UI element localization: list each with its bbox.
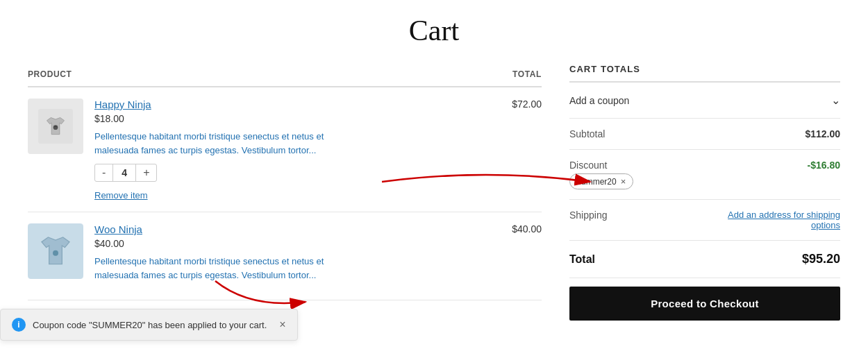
cart-table: PRODUCT TOTAL [28, 64, 542, 300]
subtotal-value: $112.00 [805, 128, 840, 139]
product-desc-1: Pellentesque habitant morbi tristique se… [94, 130, 358, 157]
shipping-row: Shipping Add an address for shipping opt… [569, 200, 840, 241]
product-info-1: Happy Ninja $18.00 Pellentesque habitant… [94, 99, 499, 201]
product-desc-2: Pellentesque habitant morbi tristique se… [94, 255, 358, 282]
shipping-link[interactable]: Add an address for shipping options [701, 210, 840, 230]
total-value: $95.20 [802, 252, 840, 266]
shipping-label: Shipping [569, 210, 608, 221]
product-price-1: $18.00 [94, 113, 499, 124]
cart-main: PRODUCT TOTAL [28, 64, 542, 300]
col-total-header: TOTAL [499, 64, 542, 87]
checkout-button[interactable]: Proceed to Checkout [569, 287, 840, 321]
product-cell-1: Happy Ninja $18.00 Pellentesque habitant… [28, 87, 499, 212]
discount-col-left: Discount summer20 × [569, 160, 633, 189]
qty-value-1: 4 [112, 164, 136, 181]
page-wrapper: Cart PRODUCT TOTAL [0, 0, 868, 349]
qty-plus-1[interactable]: + [136, 164, 156, 181]
col-product-header: PRODUCT [28, 64, 499, 87]
discount-value: -$16.80 [808, 160, 840, 171]
coupon-row[interactable]: Add a coupon ⌄ [569, 83, 840, 119]
info-icon: i [12, 318, 26, 332]
coupon-code: summer20 [577, 177, 617, 187]
product-total-1: $72.00 [499, 87, 542, 212]
cart-totals-title: CART TOTALS [569, 64, 840, 83]
discount-label: Discount [569, 160, 633, 171]
remove-coupon-icon[interactable]: × [621, 176, 626, 187]
svg-point-3 [53, 250, 58, 256]
total-row: Total $95.20 [569, 241, 840, 278]
table-row: Happy Ninja $18.00 Pellentesque habitant… [28, 87, 542, 212]
product-price-2: $40.00 [94, 238, 499, 249]
coupon-label: Add a coupon [569, 95, 629, 106]
toast-notification: i Coupon code "SUMMER20" has been applie… [0, 309, 298, 341]
discount-tag: summer20 × [569, 173, 633, 189]
toast-close-button[interactable]: × [279, 318, 285, 331]
cart-layout: PRODUCT TOTAL [28, 64, 840, 321]
cart-sidebar: CART TOTALS Add a coupon ⌄ Subtotal $112… [569, 64, 840, 321]
product-name-2[interactable]: Woo Ninja [94, 223, 499, 235]
product-image-1 [28, 99, 83, 154]
qty-minus-1[interactable]: - [95, 164, 112, 181]
subtotal-label: Subtotal [569, 128, 605, 139]
quantity-control-1: - 4 + [94, 164, 157, 182]
product-cell-2: Woo Ninja $40.00 Pellentesque habitant m… [28, 212, 499, 300]
product-info-2: Woo Ninja $40.00 Pellentesque habitant m… [94, 223, 499, 289]
page-title: Cart [28, 14, 840, 47]
subtotal-row: Subtotal $112.00 [569, 119, 840, 150]
remove-item-1[interactable]: Remove item [94, 190, 499, 201]
product-name-1[interactable]: Happy Ninja [94, 99, 499, 110]
total-label: Total [569, 253, 595, 266]
discount-row: Discount summer20 × -$16.80 [569, 150, 840, 200]
toast-message: Coupon code "SUMMER20" has been applied … [33, 320, 267, 330]
product-total-2: $40.00 [499, 212, 542, 300]
product-image-2 [28, 223, 83, 279]
table-row: Woo Ninja $40.00 Pellentesque habitant m… [28, 212, 542, 300]
chevron-down-icon: ⌄ [831, 94, 840, 107]
